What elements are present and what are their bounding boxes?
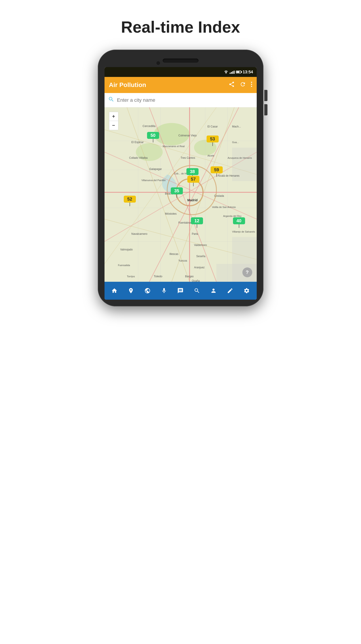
- city-search-input[interactable]: [117, 97, 253, 103]
- svg-text:Navalcarnero: Navalcarnero: [131, 232, 148, 236]
- svg-text:Colmenar Viejo: Colmenar Viejo: [178, 134, 197, 137]
- nav-chat[interactable]: [173, 284, 188, 298]
- svg-point-4: [251, 86, 252, 87]
- aqi-marker-53[interactable]: 53: [207, 136, 219, 146]
- svg-text:Alcete: Alcete: [207, 154, 214, 157]
- svg-text:El Espinar: El Espinar: [131, 141, 144, 144]
- volume-up-button: [264, 90, 267, 101]
- app-bar: Air Pollution: [105, 77, 257, 93]
- nav-home[interactable]: [107, 284, 122, 298]
- signal-icon: [230, 70, 235, 74]
- aqi-marker-52[interactable]: 52: [124, 196, 136, 206]
- nav-location[interactable]: [123, 284, 139, 298]
- svg-text:Torrijos: Torrijos: [127, 275, 135, 278]
- app-bar-actions: [228, 81, 252, 89]
- svg-text:Collado Villalba: Collado Villalba: [129, 156, 148, 160]
- svg-text:Velilla de San Antonio: Velilla de San Antonio: [212, 206, 236, 208]
- nav-profile[interactable]: [206, 284, 221, 298]
- bottom-navigation: [105, 282, 257, 300]
- svg-text:Parla: Parla: [192, 232, 198, 236]
- page-title: Real-time Index: [121, 18, 240, 36]
- battery-icon: [236, 71, 241, 73]
- status-bar: 13:54: [105, 67, 257, 77]
- svg-text:Ocaña: Ocaña: [192, 279, 200, 282]
- speaker-grill: [163, 58, 199, 62]
- svg-text:Gua...: Gua...: [232, 141, 239, 144]
- svg-text:Valmojado: Valmojado: [120, 248, 133, 251]
- aqi-marker-50[interactable]: 50: [147, 132, 159, 142]
- svg-text:Madrid: Madrid: [187, 198, 198, 202]
- svg-text:El Casar: El Casar: [207, 125, 218, 128]
- svg-text:Illescas: Illescas: [169, 252, 178, 256]
- svg-text:Mach...: Mach...: [232, 125, 241, 128]
- svg-text:Fuensalida: Fuensalida: [118, 264, 130, 266]
- status-icons: 13:54: [224, 70, 253, 74]
- volume-buttons: [264, 90, 267, 116]
- nav-globe[interactable]: [140, 284, 155, 298]
- map-zoom-controls: + −: [109, 112, 118, 130]
- volume-down-button: [264, 104, 267, 116]
- phone-device: 13:54 Air Pollution: [98, 50, 263, 306]
- svg-point-1: [226, 73, 226, 74]
- svg-text:Arganda del Rey: Arganda del Rey: [223, 215, 241, 217]
- svg-text:Cercedilla: Cercedilla: [143, 124, 156, 128]
- status-time: 13:54: [243, 70, 253, 74]
- aqi-marker-12[interactable]: 12: [191, 217, 203, 228]
- nav-edit[interactable]: [222, 284, 238, 298]
- nav-mic[interactable]: [156, 284, 172, 298]
- phone-shell: 13:54 Air Pollution: [98, 50, 263, 306]
- search-bar: [105, 93, 257, 107]
- aqi-marker-35[interactable]: 35: [171, 188, 183, 198]
- refresh-icon[interactable]: [240, 81, 246, 89]
- aqi-marker-40[interactable]: 40: [233, 217, 245, 228]
- svg-text:Yuncos: Yuncos: [178, 259, 187, 262]
- share-icon[interactable]: [228, 81, 235, 89]
- aqi-marker-59[interactable]: 59: [211, 166, 223, 177]
- svg-text:Villanueva del Pardillo: Villanueva del Pardillo: [141, 179, 166, 182]
- svg-text:Manzanares el Real: Manzanares el Real: [163, 145, 185, 148]
- svg-text:Valdemoro: Valdemoro: [194, 244, 207, 247]
- svg-text:Azuqueca de Henares: Azuqueca de Henares: [228, 156, 252, 159]
- search-icon: [108, 96, 114, 104]
- svg-text:Toledo: Toledo: [154, 274, 162, 278]
- svg-text:Aranjuez: Aranjuez: [194, 266, 205, 269]
- wifi-icon: [224, 70, 228, 74]
- front-camera: [156, 61, 160, 65]
- more-icon[interactable]: [251, 81, 252, 89]
- svg-text:Seseña: Seseña: [196, 255, 205, 258]
- svg-text:Galapagar: Galapagar: [149, 168, 162, 170]
- svg-point-2: [251, 82, 252, 83]
- phone-screen: 13:54 Air Pollution: [105, 67, 257, 300]
- svg-text:Móstoles: Móstoles: [165, 212, 177, 215]
- help-button[interactable]: ?: [242, 268, 252, 277]
- zoom-in-button[interactable]: +: [109, 112, 118, 121]
- zoom-out-button[interactable]: −: [109, 121, 118, 130]
- nav-settings[interactable]: [239, 284, 254, 298]
- svg-point-3: [251, 84, 252, 85]
- map-area[interactable]: Cercedilla El Espinar Collado Villalba M…: [105, 107, 257, 282]
- svg-text:Tres Cantos: Tres Cantos: [181, 156, 195, 160]
- app-bar-title: Air Pollution: [109, 82, 228, 88]
- svg-text:Coslada: Coslada: [214, 194, 224, 198]
- nav-search[interactable]: [189, 284, 205, 298]
- aqi-marker-57[interactable]: 57: [187, 176, 199, 186]
- svg-text:Bargas: Bargas: [185, 275, 194, 278]
- svg-text:Villarejo de Salvanés: Villarejo de Salvanés: [232, 230, 255, 233]
